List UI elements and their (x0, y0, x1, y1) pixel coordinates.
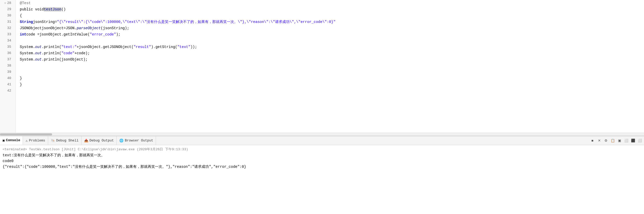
code-token: System. (20, 50, 35, 56)
line-number: 29 (2, 6, 13, 13)
code-token: .println( (42, 50, 61, 56)
console-terminated-text: <terminated> TestWx.testJson [JUnit] C:\… (3, 147, 641, 152)
code-line: int code =jsonObject.getIntValue("error_… (16, 31, 644, 38)
console-tab-label: Console (6, 138, 20, 142)
code-token: testJson (44, 6, 61, 13)
code-token: "text" (177, 44, 190, 50)
toolbar-btn-3[interactable]: 📋 (610, 138, 616, 144)
code-line (16, 88, 644, 94)
code-scrollbar-thumb[interactable] (0, 133, 52, 135)
code-token: "code" (61, 50, 74, 56)
console-tab-icon: ▣ (3, 138, 5, 142)
code-line: System.out.println("text:"+jsonObject.ge… (16, 44, 644, 50)
code-token: public void (20, 6, 44, 13)
code-line: { (16, 13, 644, 19)
code-line (16, 38, 644, 44)
code-token: .println(jsonObject); (42, 56, 87, 63)
code-line: } (16, 75, 644, 81)
code-token: )); (190, 44, 197, 50)
code-token: String (20, 19, 33, 25)
code-scrollbar[interactable] (0, 133, 644, 136)
code-area: ⊖282930313233343536373839404142 @Test pu… (0, 0, 644, 133)
debug-output-tab-icon: 📤 (84, 139, 88, 143)
line-numbers: ⊖282930313233343536373839404142 (0, 0, 16, 133)
console-tab-browser-output[interactable]: 🌐Browser Output (117, 136, 156, 145)
code-token: parseObject (77, 25, 101, 31)
code-token: @Test (20, 0, 31, 6)
code-line: System.out.println(jsonObject); (16, 56, 644, 63)
console-tabs: ▣Console⚠Problems🐚Debug Shell📤Debug Outp… (0, 136, 644, 145)
toolbar-btn-5[interactable]: ⬜ (623, 138, 629, 144)
toolbar-btn-1[interactable]: ✕ (596, 138, 602, 144)
code-token: "{\"result\":{\"code\":100000,\"text\":\… (57, 19, 336, 25)
line-number: ⊖28 (2, 0, 13, 6)
line-number: 38 (2, 63, 13, 69)
line-number: 32 (2, 25, 13, 31)
code-token: out (35, 56, 42, 63)
line-number: 36 (2, 50, 13, 56)
code-token: "result" (134, 44, 151, 50)
code-token: +code); (74, 50, 90, 56)
debug-shell-tab-icon: 🐚 (51, 139, 55, 143)
code-line: } (16, 81, 644, 88)
code-token: "error_code" (90, 31, 116, 38)
code-content[interactable]: @Test public void testJson() { String js… (16, 0, 644, 133)
toolbar-btn-2[interactable]: ⚙ (603, 138, 609, 144)
line-number: 34 (2, 38, 13, 44)
line-number: 41 (2, 81, 13, 88)
console-output-line: {"result":{"code":100000,"text":"没有什么是笑一… (3, 164, 641, 170)
code-line: public void testJson() (16, 6, 644, 13)
code-token: ); (116, 31, 121, 38)
code-line: String jsonString="{\"result\":{\"code\"… (16, 19, 644, 25)
code-line: JSONObject jsonObject=JSON.parseObject(j… (16, 25, 644, 31)
code-token: code =jsonObject.getIntValue( (26, 31, 90, 38)
code-token: System. (20, 56, 35, 63)
code-line: System.out.println("code"+code); (16, 50, 644, 56)
code-token: +jsonObject.getJSONObject( (77, 44, 133, 50)
console-output-line: code0 (3, 158, 641, 164)
code-line: @Test (16, 0, 644, 6)
code-token: } (20, 81, 22, 88)
line-number: 37 (2, 56, 13, 63)
line-number: 33 (2, 31, 13, 38)
code-token: { (20, 13, 22, 19)
toolbar-btn-4[interactable]: ▣ (616, 138, 623, 144)
line-number: 31 (2, 19, 13, 25)
toolbar-btn-7[interactable]: ⬜ (637, 138, 643, 144)
code-token: System. (20, 44, 35, 50)
code-token: jsonString= (33, 19, 57, 25)
line-number: 30 (2, 13, 13, 19)
line-number: 40 (2, 75, 13, 81)
code-token: .println( (42, 44, 61, 50)
code-token: } (20, 75, 22, 81)
code-token: jsonObject=JSON. (42, 25, 77, 31)
line-number: 39 (2, 69, 13, 75)
code-token: ).getString( (151, 44, 177, 50)
console-tab-problems[interactable]: ⚠Problems (23, 136, 48, 145)
code-token: "text:" (61, 44, 77, 50)
code-token: out (35, 50, 42, 56)
code-token: out (35, 44, 42, 50)
code-token: () (61, 6, 66, 13)
line-number: 42 (2, 88, 13, 94)
debug-output-tab-label: Debug Output (90, 139, 114, 142)
debug-shell-tab-label: Debug Shell (56, 139, 79, 142)
console-tab-debug-shell[interactable]: 🐚Debug Shell (48, 136, 82, 145)
toolbar-btn-6[interactable]: ⬛ (630, 138, 636, 144)
code-line (16, 69, 644, 75)
console-tab-debug-output[interactable]: 📤Debug Output (82, 136, 117, 145)
problems-tab-label: Problems (29, 139, 45, 142)
console-tab-console[interactable]: ▣Console (0, 136, 23, 145)
code-token: int (20, 31, 26, 38)
toolbar-btn-0[interactable]: ■ (589, 138, 596, 144)
fold-icon[interactable]: ⊖ (4, 0, 6, 6)
console-output: <terminated> TestWx.testJson [JUnit] C:\… (0, 145, 644, 214)
browser-output-tab-icon: 🌐 (119, 139, 123, 143)
browser-output-tab-label: Browser Output (125, 139, 153, 142)
code-editor: ⊖282930313233343536373839404142 @Test pu… (0, 0, 644, 136)
code-token: JSONObject (20, 25, 42, 31)
console-toolbar: ■✕⚙📋▣⬜⬛⬜ (589, 136, 644, 145)
console-area: ▣Console⚠Problems🐚Debug Shell📤Debug Outp… (0, 136, 644, 214)
problems-tab-icon: ⚠ (26, 139, 28, 143)
code-token: (jsonString); (101, 25, 129, 31)
